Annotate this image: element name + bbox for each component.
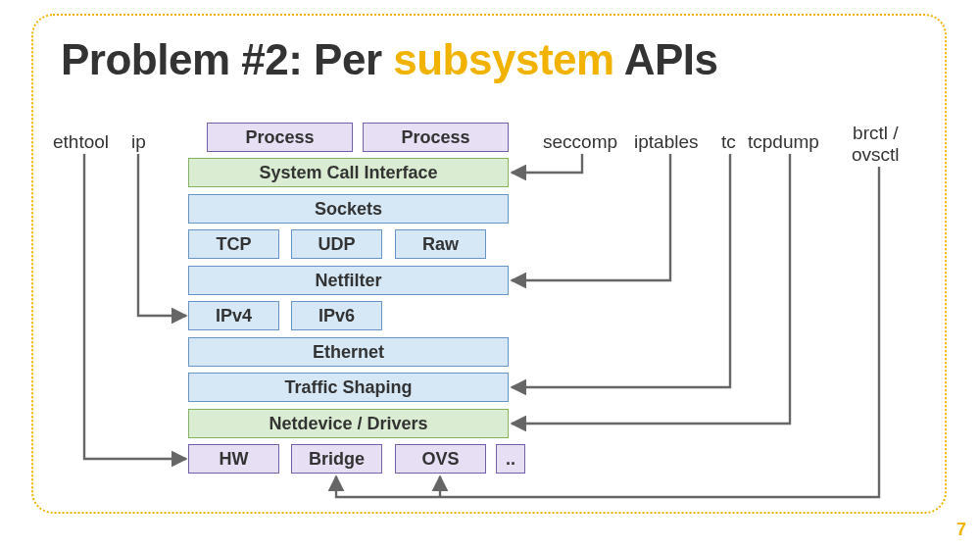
box-raw: Raw <box>395 229 486 259</box>
box-process-2: Process <box>363 123 509 152</box>
box-netdevice: Netdevice / Drivers <box>188 409 509 438</box>
label-tcpdump: tcpdump <box>748 131 819 153</box>
title-accent: subsystem <box>393 35 613 83</box>
page-number: 7 <box>956 520 966 540</box>
box-netfilter: Netfilter <box>188 266 509 295</box>
box-ipv4: IPv4 <box>188 301 279 330</box>
box-ethernet: Ethernet <box>188 337 509 367</box>
box-traffic-shaping: Traffic Shaping <box>188 373 509 402</box>
box-ovs: OVS <box>395 444 486 474</box>
dotted-frame <box>31 14 947 514</box>
label-ip: ip <box>131 131 146 153</box>
label-brctl: brctl / ovsctl <box>852 123 900 166</box>
page-title: Problem #2: Per subsystem APIs <box>61 35 718 84</box>
box-bridge: Bridge <box>291 444 382 474</box>
box-tcp: TCP <box>188 229 279 259</box>
slide: Problem #2: Per subsystem APIs ethtool i… <box>0 0 980 550</box>
label-iptables: iptables <box>634 131 699 153</box>
label-tc: tc <box>721 131 736 153</box>
title-suffix: APIs <box>614 35 718 83</box>
label-ethtool: ethtool <box>53 131 109 153</box>
box-hw: HW <box>188 444 279 474</box>
box-sockets: Sockets <box>188 194 509 224</box>
label-seccomp: seccomp <box>543 131 617 153</box>
title-prefix: Problem #2: Per <box>61 35 393 83</box>
box-system-call-interface: System Call Interface <box>188 158 509 187</box>
box-process-1: Process <box>207 123 353 152</box>
box-more: .. <box>496 444 525 474</box>
box-udp: UDP <box>291 229 382 259</box>
box-ipv6: IPv6 <box>291 301 382 330</box>
